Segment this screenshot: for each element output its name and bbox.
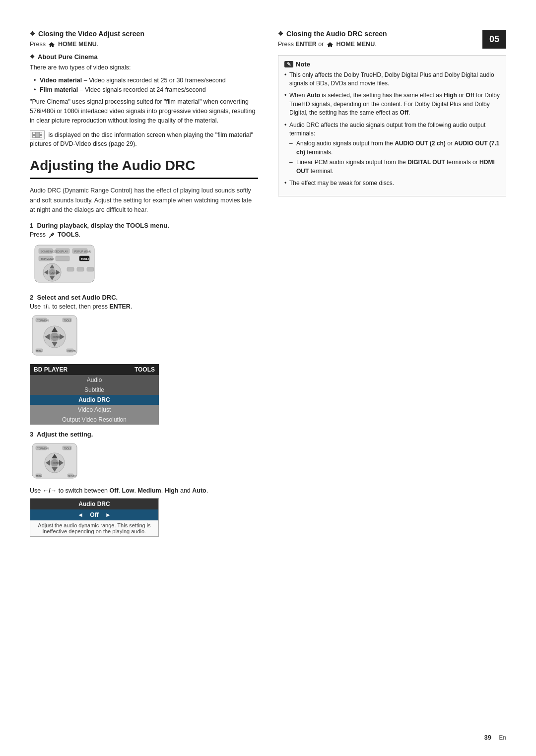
tools-icon (48, 232, 55, 239)
bullet-film-material: Film material – Video signals recorded a… (34, 86, 258, 93)
svg-text:TOOLS: TOOLS (81, 257, 90, 260)
remote-svg-step1: BONUS MODE DISPLAY POPUP MENU TOP MENU T… (30, 243, 99, 287)
step1: 1 During playback, display the TOOLS men… (30, 222, 258, 288)
step2: 2 Select and set Audio DRC. Use ↑/↓ to s… (30, 294, 258, 425)
note-item-2: When Auto is selected, the setting has t… (284, 91, 500, 117)
note-item-1: This only affects the Dolby TrueHD, Dolb… (284, 71, 500, 88)
drc-table-value-row: ◄ Off ► (30, 509, 159, 520)
svg-rect-1 (33, 132, 35, 134)
menu-row-videoadjust: Video Adjust (30, 405, 159, 415)
svg-rect-2 (33, 136, 35, 137)
note-dash-1: Analog audio signals output from the AUD… (289, 139, 500, 157)
svg-text:TOOLS: TOOLS (64, 319, 71, 322)
svg-rect-26 (67, 267, 74, 271)
step2-use: Use ↑/↓ to select, then press ENTER. (30, 303, 258, 310)
svg-text:TOOLS: TOOLS (64, 447, 71, 450)
svg-rect-27 (77, 267, 84, 271)
step1-label: 1 During playback, display the TOOLS men… (30, 222, 258, 229)
home-icon (48, 41, 55, 48)
remote-image-step2: TOP MENU TOOLS ENTER (30, 313, 258, 359)
step3-label: 3 Adjust the setting. (30, 431, 258, 438)
svg-rect-14 (56, 256, 69, 261)
page-num-bottom: 39 (484, 734, 491, 741)
cinema-bullets: Video material – Video signals recorded … (30, 77, 258, 93)
home-menu-label: HOME MENU (58, 41, 97, 48)
svg-text:ENTER: ENTER (53, 462, 61, 465)
svg-text:TOP MENU: TOP MENU (37, 447, 49, 450)
svg-text:MENU: MENU (36, 350, 42, 352)
svg-rect-5 (36, 132, 39, 137)
svg-text:BONUS MODE: BONUS MODE (41, 250, 58, 253)
right-column: Closing the Audio DRC screen Press ENTER… (278, 30, 506, 542)
svg-text:ENTER: ENTER (51, 271, 59, 274)
cinema-paragraph1: "Pure Cinema" uses signal processing sui… (30, 97, 258, 125)
closing-audio-section: Closing the Audio DRC screen Press ENTER… (278, 30, 506, 48)
page-container: 05 Closing the Video Adjust screen Press… (0, 0, 536, 756)
drc-display-table: Audio DRC ◄ Off ► Adjust the audio dynam… (30, 498, 159, 537)
note-dash-2: Linear PCM audio signals output from the… (289, 158, 500, 176)
bullet-video-material: Video material – Video signals recorded … (34, 77, 258, 84)
svg-text:POPUP MENU: POPUP MENU (74, 250, 91, 253)
svg-rect-28 (87, 267, 94, 271)
note-icon: ✎ (284, 61, 293, 67)
left-column: Closing the Video Adjust screen Press HO… (30, 30, 258, 542)
menu-row-audio: Audio (30, 375, 159, 385)
menu-header-row: BD PLAYER TOOLS (30, 364, 159, 375)
drc-table-desc-row: Adjust the audio dynamic range. This set… (30, 520, 159, 537)
page-en: En (499, 734, 506, 741)
step3: 3 Adjust the setting. TOP MENU TOOLS (30, 431, 258, 537)
step3-use: Use ←/→ to switch between Off. Low. Medi… (30, 487, 258, 494)
closing-video-title: Closing the Video Adjust screen (30, 30, 258, 38)
menu-row-outputvideo: Output Video Resolution (30, 415, 159, 425)
svg-text:MENU: MENU (36, 475, 42, 477)
svg-text:TOP MENU: TOP MENU (37, 319, 49, 322)
note-box: ✎ Note This only affects the Dolby TrueH… (278, 55, 506, 197)
drc-table-header: Audio DRC (30, 498, 159, 509)
intro-text: Audio DRC (Dynamic Range Control) has th… (30, 186, 258, 215)
closing-video-press-line: Press HOME MENU. (30, 41, 258, 48)
menu-header-bdplayer: BD PLAYER (30, 364, 107, 375)
svg-text:RETURN: RETURN (67, 350, 76, 352)
remote-image-step1: BONUS MODE DISPLAY POPUP MENU TOP MENU T… (30, 243, 258, 289)
svg-rect-3 (40, 132, 42, 134)
main-heading: Adjusting the Audio DRC (30, 158, 258, 179)
home-icon-right (327, 41, 334, 48)
svg-text:TOP MENU: TOP MENU (41, 257, 54, 260)
remote-svg-step2: TOP MENU TOOLS ENTER (30, 313, 79, 358)
film-icon (30, 130, 45, 139)
note-item-3: Audio DRC affects the audio signals outp… (284, 121, 500, 176)
cinema-intro: There are two types of video signals: (30, 63, 258, 72)
page-number-badge: 05 (482, 30, 506, 49)
closing-audio-press-line: Press ENTER or HOME MENU. (278, 41, 506, 48)
two-column-layout: Closing the Video Adjust screen Press HO… (30, 30, 506, 542)
step1-press: Press TOOLS. (30, 231, 258, 238)
about-cinema-title: About Pure Cinema (30, 53, 258, 61)
remote-svg-step3: TOP MENU TOOLS ENTER MENU (30, 441, 79, 481)
svg-text:ENTER: ENTER (53, 336, 61, 339)
remote-image-step3: TOP MENU TOOLS ENTER MENU (30, 441, 258, 482)
note-list: This only affects the Dolby TrueHD, Dolb… (284, 71, 500, 188)
closing-video-section: Closing the Video Adjust screen Press HO… (30, 30, 258, 48)
audio-drc-menu-table: BD PLAYER TOOLS Audio Subtitle Audio DRC… (30, 364, 159, 425)
step2-label: 2 Select and set Audio DRC. (30, 294, 258, 301)
closing-audio-title: Closing the Audio DRC screen (278, 30, 506, 38)
menu-row-audiodrc: Audio DRC (30, 395, 159, 405)
cinema-paragraph2: is displayed on the disc information scr… (30, 130, 258, 149)
note-item-4: The effect may be weak for some discs. (284, 179, 500, 188)
note-title: ✎ Note (284, 61, 500, 68)
svg-rect-4 (40, 136, 42, 137)
page-number: 05 (489, 34, 499, 45)
menu-row-subtitle: Subtitle (30, 385, 159, 395)
svg-text:RETURN: RETURN (68, 475, 76, 477)
svg-text:DISPLAY: DISPLAY (58, 250, 68, 253)
about-cinema-section: About Pure Cinema There are two types of… (30, 53, 258, 149)
menu-header-tools: TOOLS (107, 364, 159, 375)
